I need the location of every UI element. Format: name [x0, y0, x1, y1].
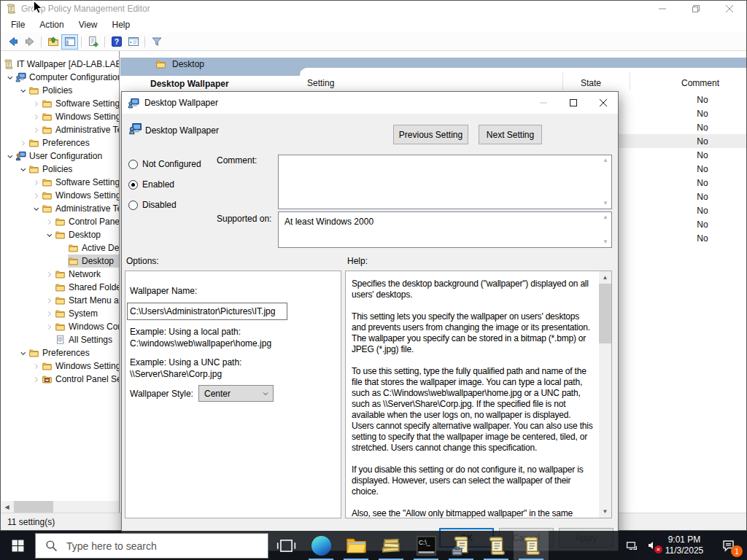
tree-item-control-panel[interactable]: Control Panel [1, 215, 119, 228]
column-header-comment[interactable]: Comment [681, 78, 719, 88]
tree-item-system[interactable]: System [1, 307, 119, 320]
chevron-right-icon[interactable] [45, 309, 55, 319]
radio-not-configured[interactable]: Not Configured [128, 159, 201, 169]
radio-circle[interactable] [128, 160, 138, 169]
radio-circle[interactable] [128, 180, 138, 190]
help-icon[interactable] [108, 34, 125, 50]
taskbar-gp-editor-scroll-icon[interactable] [514, 531, 549, 560]
up-folder-icon[interactable] [44, 34, 61, 50]
clock[interactable]: 9:01 PM 11/3/2025 [660, 534, 708, 556]
scroll-left-arrow[interactable]: ◀ [1, 501, 13, 513]
tree-item-active-desktop[interactable]: Active Desktop [1, 241, 119, 254]
menu-file[interactable]: File [4, 18, 32, 32]
chevron-down-icon[interactable] [32, 204, 42, 214]
chevron-down-icon[interactable] [6, 73, 15, 82]
next-setting-button[interactable]: Next Setting [479, 125, 542, 144]
filter-icon[interactable] [148, 34, 165, 50]
tree-item-software-settings[interactable]: Software Settings [1, 97, 119, 110]
tree-item-start-menu-and-taskbar[interactable]: Start Menu and Taskbar [1, 294, 119, 307]
chevron-right-icon[interactable] [32, 125, 42, 135]
chevron-right-icon[interactable] [45, 296, 55, 306]
tree-item-preferences[interactable]: Preferences [1, 346, 119, 359]
chevron-right-icon[interactable] [32, 112, 42, 122]
radio-disabled[interactable]: Disabled [128, 200, 201, 210]
scroll-up-arrow[interactable]: ▲ [601, 214, 610, 221]
scroll-thumb[interactable] [599, 284, 611, 343]
wallpaper-style-dropdown[interactable]: Center [198, 385, 274, 402]
help-scrollbar[interactable]: ▲ ▼ [599, 271, 611, 518]
chevron-right-icon[interactable] [32, 99, 42, 109]
taskbar-edge-icon[interactable] [303, 531, 338, 560]
tree-item-shared-folders[interactable]: Shared Folders [1, 281, 119, 294]
chevron-down-icon[interactable] [19, 165, 28, 174]
chevron-right-icon[interactable] [32, 191, 42, 201]
chevron-right-icon[interactable] [45, 217, 55, 227]
chevron-right-icon[interactable] [32, 178, 42, 187]
taskbar-task-view-icon[interactable] [268, 531, 303, 560]
tree-item-network[interactable]: Network [1, 268, 119, 281]
console-tree-icon[interactable] [61, 34, 78, 50]
tree-item-control-panel-settings[interactable]: Control Panel Settings [1, 373, 119, 386]
chevron-down-icon[interactable] [19, 86, 28, 96]
tree-item-windows-settings[interactable]: Windows Settings [1, 359, 119, 373]
forward-icon[interactable] [21, 34, 38, 50]
show-window-icon[interactable] [125, 34, 142, 50]
taskbar-terminal-icon[interactable] [409, 531, 444, 560]
tree-item-software-settings[interactable]: Software Settings [1, 176, 119, 189]
taskbar-gpmc-books-icon[interactable] [374, 531, 409, 560]
scroll-up-arrow[interactable]: ▲ [601, 157, 610, 164]
taskbar-file-explorer-icon[interactable] [338, 531, 374, 560]
radio-circle[interactable] [128, 201, 138, 210]
chevron-down-icon[interactable] [6, 152, 15, 161]
tree-item-desktop[interactable]: Desktop [1, 228, 119, 241]
scroll-up-arrow[interactable]: ▲ [599, 271, 611, 284]
dialog-close-button[interactable] [588, 92, 618, 114]
network-tray-icon[interactable] [620, 531, 643, 560]
tree-item-policies[interactable]: Policies [1, 84, 119, 97]
chevron-right-icon[interactable] [45, 270, 55, 279]
tree-item-windows-settings[interactable]: Windows Settings [1, 189, 119, 202]
scroll-down-arrow[interactable]: ▼ [601, 200, 610, 207]
maximize-button[interactable] [679, 1, 713, 17]
tree-item-user-configuration[interactable]: User Configuration [1, 149, 119, 163]
chevron-right-icon[interactable] [45, 322, 55, 332]
tree-item-desktop[interactable]: Desktop [1, 254, 119, 268]
search-box[interactable]: Type here to search [35, 533, 268, 559]
comment-textarea[interactable]: ▲ ▼ [278, 155, 612, 209]
taskbar-gp-editor-scroll-tools-icon[interactable] [444, 531, 479, 560]
tree-item-administrative-templates[interactable]: Administrative Templates [1, 123, 119, 136]
tree-item-policies[interactable]: Policies [1, 163, 119, 176]
tree-horizontal-scrollbar[interactable]: ◀ [1, 501, 119, 513]
start-button[interactable] [0, 531, 35, 560]
taskbar-gp-editor-scroll-icon[interactable] [479, 531, 514, 560]
scroll-down-arrow[interactable]: ▼ [599, 505, 611, 518]
tree-item-windows-settings[interactable]: Windows Settings [1, 110, 119, 123]
tree-item-all-settings[interactable]: All Settings [1, 333, 119, 346]
action-center-icon[interactable]: 1 [712, 531, 744, 560]
menu-help[interactable]: Help [105, 18, 138, 32]
tree-item-computer-configuration[interactable]: Computer Configuration [1, 71, 119, 84]
scroll-thumb[interactable] [14, 501, 53, 513]
tree-item-it-wallpaper-ad-lab-lab-loca[interactable]: IT Wallpaper [AD-LAB.LAB.LOCA [1, 58, 119, 71]
column-header-state[interactable]: State [581, 78, 601, 88]
wallpaper-name-input[interactable]: C:\Users\Administrator\Pictures\IT.jpg [127, 303, 287, 320]
column-header-setting[interactable]: Setting [307, 78, 334, 88]
chevron-right-icon[interactable] [19, 139, 28, 148]
chevron-down-icon[interactable] [45, 230, 55, 240]
menu-action[interactable]: Action [32, 18, 71, 32]
tree-item-administrative-templates[interactable]: Administrative Templates [1, 202, 119, 215]
previous-setting-button[interactable]: Previous Setting [393, 125, 468, 144]
minimize-button[interactable] [646, 1, 679, 17]
export-list-icon[interactable] [85, 34, 101, 50]
tree-item-preferences[interactable]: Preferences [1, 136, 119, 149]
dialog-maximize-button[interactable] [558, 92, 588, 114]
chevron-right-icon[interactable] [32, 362, 42, 371]
radio-enabled[interactable]: Enabled [128, 179, 201, 190]
back-icon[interactable] [4, 34, 21, 50]
chevron-right-icon[interactable] [32, 375, 42, 384]
menu-view[interactable]: View [71, 18, 105, 32]
chevron-down-icon[interactable] [19, 349, 28, 358]
scroll-down-arrow[interactable]: ▼ [601, 238, 610, 246]
close-button[interactable] [713, 1, 746, 17]
tree-item-windows-components[interactable]: Windows Components [1, 320, 119, 333]
